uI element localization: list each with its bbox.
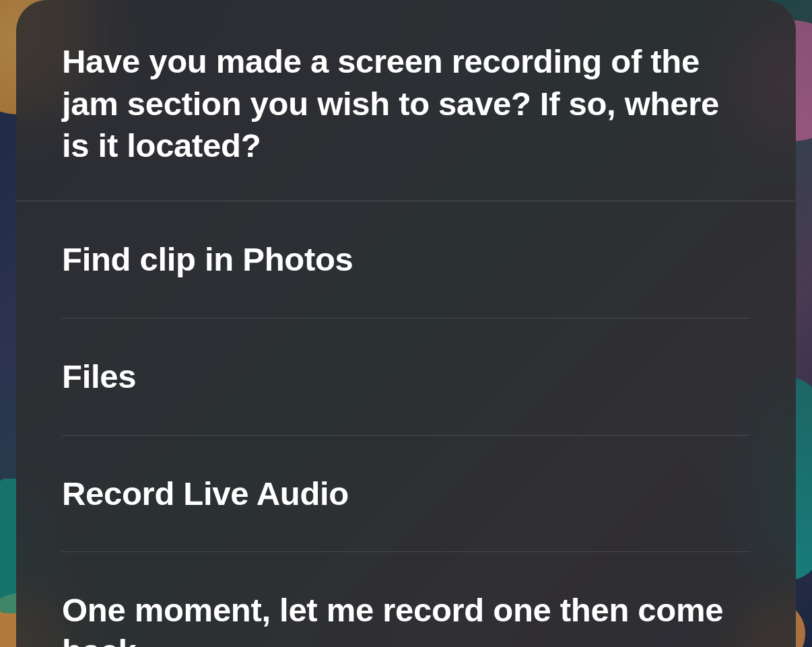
option-find-clip-in-photos[interactable]: Find clip in Photos [62, 201, 750, 318]
dialog-sheet: Have you made a screen recording of the … [16, 0, 796, 647]
prompt-text: Have you made a screen recording of the … [62, 40, 750, 167]
option-record-live-audio[interactable]: Record Live Audio [62, 436, 750, 553]
option-files[interactable]: Files [62, 318, 750, 436]
option-label: One moment, let me record one then come … [62, 590, 750, 647]
option-label: Files [62, 356, 750, 397]
option-label: Find clip in Photos [62, 239, 750, 280]
options-list: Find clip in Photos Files Record Live Au… [16, 201, 796, 647]
prompt-section: Have you made a screen recording of the … [16, 0, 796, 201]
option-label: Record Live Audio [62, 473, 750, 514]
option-one-moment-record[interactable]: One moment, let me record one then come … [62, 552, 750, 647]
